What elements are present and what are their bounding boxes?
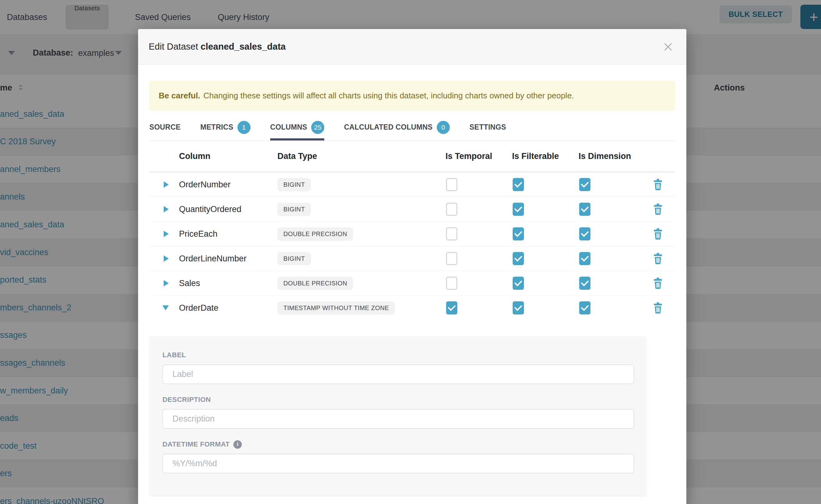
columns-table: Column Data Type Is Temporal Is Filterab… bbox=[149, 141, 675, 320]
is-temporal-checkbox[interactable] bbox=[446, 227, 458, 240]
is-temporal-checkbox[interactable] bbox=[446, 277, 458, 290]
tab-metrics[interactable]: METRICS1 bbox=[200, 114, 250, 140]
column-name: OrderDate bbox=[179, 303, 277, 313]
column-row-ordernumber: OrderNumberBIGINT bbox=[149, 172, 675, 197]
is-dimension-checkbox[interactable] bbox=[579, 301, 591, 314]
tab-label: CALCULATED COLUMNS bbox=[344, 123, 433, 131]
column-row-sales: SalesDOUBLE PRECISION bbox=[149, 271, 675, 296]
is-filterable-checkbox[interactable] bbox=[513, 277, 524, 290]
delete-column-icon[interactable] bbox=[653, 302, 663, 314]
column-name: Sales bbox=[179, 279, 277, 288]
is-temporal-checkbox[interactable] bbox=[446, 252, 458, 265]
tab-settings[interactable]: SETTINGS bbox=[470, 114, 506, 140]
edit-dataset-modal: Edit Dataset cleaned_sales_data Be caref… bbox=[138, 29, 686, 504]
expand-caret-icon[interactable] bbox=[164, 280, 169, 286]
modal-title-prefix: Edit Dataset bbox=[149, 42, 198, 52]
collapse-caret-icon[interactable] bbox=[162, 305, 169, 310]
is-dimension-checkbox[interactable] bbox=[579, 227, 591, 240]
column-name: OrderLineNumber bbox=[179, 254, 277, 264]
close-icon[interactable] bbox=[663, 41, 674, 52]
tab-source[interactable]: SOURCE bbox=[149, 114, 180, 140]
description-field: DESCRIPTION bbox=[162, 395, 634, 429]
is-dimension-checkbox[interactable] bbox=[579, 203, 591, 216]
warning-bold: Be careful. bbox=[159, 91, 200, 101]
is-filterable-checkbox[interactable] bbox=[513, 301, 524, 314]
is-temporal-checkbox[interactable] bbox=[446, 301, 458, 314]
tab-count-badge: 25 bbox=[311, 121, 324, 134]
is-temporal-checkbox[interactable] bbox=[446, 203, 458, 216]
header-data-type: Data Type bbox=[277, 151, 446, 161]
delete-column-icon[interactable] bbox=[653, 179, 663, 190]
tab-columns[interactable]: COLUMNS25 bbox=[270, 114, 324, 140]
delete-column-icon[interactable] bbox=[653, 253, 663, 264]
data-type-pill: BIGINT bbox=[277, 203, 311, 216]
column-row-priceeach: PriceEachDOUBLE PRECISION bbox=[149, 222, 675, 246]
header-column: Column bbox=[179, 151, 277, 161]
expand-caret-icon[interactable] bbox=[164, 206, 169, 212]
modal-dataset-name: cleaned_sales_data bbox=[200, 42, 285, 52]
is-filterable-checkbox[interactable] bbox=[513, 252, 524, 265]
columns-table-header: Column Data Type Is Temporal Is Filterab… bbox=[149, 141, 675, 172]
datetime-format-field: DATETIME FORMAT i bbox=[162, 440, 634, 473]
delete-column-icon[interactable] bbox=[653, 204, 663, 215]
column-row-orderdate: OrderDateTIMESTAMP WITHOUT TIME ZONE bbox=[149, 296, 675, 320]
column-row-orderlinenumber: OrderLineNumberBIGINT bbox=[149, 246, 675, 271]
app-screen: DatabasesDatasetsSaved QueriesQuery Hist… bbox=[0, 0, 821, 504]
description-field-label-text: DESCRIPTION bbox=[162, 396, 211, 404]
tab-label: SOURCE bbox=[149, 123, 180, 131]
column-row-quantityordered: QuantityOrderedBIGINT bbox=[149, 197, 675, 222]
tab-count-badge: 0 bbox=[437, 121, 450, 134]
column-name: QuantityOrdered bbox=[179, 205, 277, 214]
description-input[interactable] bbox=[162, 409, 634, 429]
header-is-dimension: Is Dimension bbox=[579, 151, 650, 161]
column-name: OrderNumber bbox=[179, 180, 277, 190]
column-name: PriceEach bbox=[179, 229, 277, 239]
label-field-label: LABEL bbox=[162, 351, 634, 359]
datetime-format-input[interactable] bbox=[162, 454, 634, 473]
tab-calculated-columns[interactable]: CALCULATED COLUMNS0 bbox=[344, 114, 450, 140]
is-temporal-checkbox[interactable] bbox=[446, 178, 458, 191]
label-field-label-text: LABEL bbox=[162, 351, 186, 359]
label-input[interactable] bbox=[162, 364, 634, 384]
tab-count-badge: 1 bbox=[237, 121, 250, 134]
delete-column-icon[interactable] bbox=[653, 228, 663, 240]
tab-label: SETTINGS bbox=[470, 123, 506, 131]
tab-label: COLUMNS bbox=[270, 123, 307, 131]
info-icon[interactable]: i bbox=[233, 440, 242, 449]
delete-column-icon[interactable] bbox=[653, 278, 663, 289]
header-is-filterable: Is Filterable bbox=[512, 151, 579, 161]
datetime-format-field-label: DATETIME FORMAT i bbox=[162, 440, 634, 449]
data-type-pill: TIMESTAMP WITHOUT TIME ZONE bbox=[277, 301, 395, 315]
label-field: LABEL bbox=[162, 351, 634, 384]
data-type-pill: BIGINT bbox=[277, 252, 311, 265]
expand-caret-icon[interactable] bbox=[164, 231, 169, 237]
data-type-pill: DOUBLE PRECISION bbox=[277, 227, 353, 241]
expand-caret-icon[interactable] bbox=[164, 255, 169, 262]
modal-header: Edit Dataset cleaned_sales_data bbox=[138, 29, 686, 65]
is-dimension-checkbox[interactable] bbox=[579, 277, 591, 290]
is-dimension-checkbox[interactable] bbox=[579, 252, 591, 265]
tab-label: METRICS bbox=[200, 123, 233, 131]
column-detail-panel: LABEL DESCRIPTION DATETIME FORMAT i bbox=[149, 336, 647, 496]
modal-tabs: SOURCEMETRICS1COLUMNS25CALCULATED COLUMN… bbox=[149, 114, 675, 141]
datetime-format-label-text: DATETIME FORMAT bbox=[162, 440, 230, 448]
warning-text: Changing these settings will affect all … bbox=[203, 91, 574, 101]
modal-body: Be careful. Changing these settings will… bbox=[138, 81, 686, 496]
is-dimension-checkbox[interactable] bbox=[579, 178, 591, 191]
data-type-pill: DOUBLE PRECISION bbox=[277, 277, 353, 290]
is-filterable-checkbox[interactable] bbox=[513, 178, 524, 191]
is-filterable-checkbox[interactable] bbox=[513, 227, 524, 240]
expand-caret-icon[interactable] bbox=[164, 181, 169, 188]
header-is-temporal: Is Temporal bbox=[446, 151, 512, 161]
description-field-label: DESCRIPTION bbox=[162, 395, 634, 404]
data-type-pill: BIGINT bbox=[277, 178, 311, 191]
warning-banner: Be careful. Changing these settings will… bbox=[149, 81, 675, 111]
is-filterable-checkbox[interactable] bbox=[513, 203, 524, 216]
modal-title: Edit Dataset cleaned_sales_data bbox=[149, 42, 286, 52]
